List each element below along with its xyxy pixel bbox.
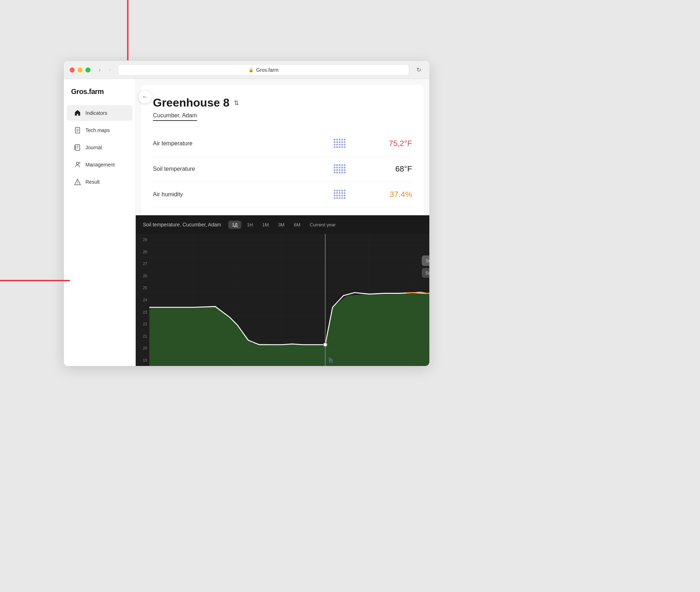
sidebar-item-label: Journal (85, 145, 102, 150)
legend-label: Soil temperature sensor 1 (426, 258, 429, 263)
greenhouse-title: Greenhouse 8 (153, 96, 229, 109)
reload-button[interactable]: ↻ (414, 65, 424, 75)
red-vertical-line (127, 0, 129, 60)
sort-icon[interactable]: ⇅ (234, 99, 239, 107)
traffic-light-maximize[interactable] (85, 67, 90, 72)
svg-point-30 (336, 146, 338, 148)
y-axis: 19 20 21 22 23 24 25 26 27 28 29 (136, 234, 149, 366)
svg-point-67 (341, 195, 343, 197)
sidebar-item-label: Result (85, 179, 100, 185)
y-label: 23 (136, 310, 149, 314)
svg-point-72 (341, 197, 343, 199)
indicator-value: 75,2°F (376, 139, 412, 148)
svg-point-73 (344, 197, 346, 199)
legend-item-sensor1: Soil temperature sensor 1 67,1 (422, 255, 429, 266)
svg-point-71 (339, 197, 341, 199)
main-content: ← Greenhouse 8 ⇅ Cucumber, Adam Air temp… (136, 79, 429, 366)
svg-point-48 (344, 169, 346, 171)
sidebar-item-label: Management (85, 162, 115, 168)
svg-point-8 (76, 162, 79, 164)
browser-window: ‹ › 🔒 Gros.farm ↻ Gros.farm Indicators (64, 61, 429, 366)
svg-point-69 (334, 197, 336, 199)
time-filter-1m[interactable]: 1M (259, 221, 272, 229)
sidebar-item-journal[interactable]: Journal (67, 140, 132, 155)
indicator-row-air-humidity[interactable]: Air humidity 37.4% (153, 182, 412, 207)
svg-point-26 (339, 144, 341, 146)
svg-point-64 (334, 195, 336, 197)
dots-icon (333, 164, 347, 174)
svg-point-16 (339, 139, 341, 141)
svg-point-36 (339, 164, 341, 166)
logo: Gros.farm (64, 88, 135, 104)
document-icon (74, 127, 81, 134)
svg-point-68 (344, 195, 346, 197)
svg-point-19 (334, 141, 336, 143)
indicator-name: Soil temperature (153, 166, 333, 172)
svg-point-25 (336, 144, 338, 146)
svg-point-38 (344, 164, 346, 166)
svg-point-55 (336, 190, 338, 192)
back-button[interactable]: ← (139, 90, 151, 103)
chart-fill-area (149, 288, 429, 366)
sidebar-item-tech-maps[interactable]: Tech.maps (67, 122, 132, 138)
svg-point-66 (339, 195, 341, 197)
traffic-lights (70, 67, 90, 72)
chart-section: Soil temperature. Cucumber, Adam 1Д 1H 1… (136, 215, 429, 366)
time-filter-1h[interactable]: 1H (243, 221, 257, 229)
greenhouse-header: Greenhouse 8 ⇅ (153, 96, 412, 109)
svg-point-47 (341, 169, 343, 171)
svg-point-41 (339, 167, 341, 169)
time-filter-6m[interactable]: 6M (290, 221, 304, 229)
indicator-row-soil-temp[interactable]: Soil temperature 68°F (153, 156, 412, 182)
address-bar[interactable]: 🔒 Gros.farm (118, 64, 409, 76)
chart-header: Soil temperature. Cucumber, Adam 1Д 1H 1… (136, 215, 429, 234)
svg-point-35 (336, 164, 338, 166)
back-arrow[interactable]: ‹ (96, 66, 103, 74)
svg-point-61 (339, 192, 341, 194)
sidebar: Gros.farm Indicators (64, 79, 136, 366)
svg-point-60 (336, 192, 338, 194)
browser-chrome: ‹ › 🔒 Gros.farm ↻ (64, 61, 429, 79)
time-filter-3m[interactable]: 3M (275, 221, 288, 229)
indicator-row-air-temp[interactable]: Air temperature (153, 131, 412, 156)
sidebar-item-management[interactable]: Management (67, 157, 132, 173)
sidebar-item-result[interactable]: Result (67, 174, 132, 190)
traffic-light-close[interactable] (70, 67, 75, 72)
traffic-light-minimize[interactable] (78, 67, 83, 72)
home-icon (74, 109, 81, 117)
svg-point-23 (344, 141, 346, 143)
dots-icon (333, 189, 347, 200)
svg-point-53 (344, 172, 346, 174)
browser-content: Gros.farm Indicators (64, 79, 429, 366)
sidebar-item-label: Tech.maps (85, 127, 110, 133)
sensor2-line (406, 282, 429, 293)
result-icon (74, 178, 81, 185)
svg-point-37 (341, 164, 343, 166)
time-filter-current-year[interactable]: Current year (306, 221, 339, 229)
nav-menu: Indicators Tech.maps (64, 104, 135, 191)
indicator-name: Air temperature (153, 140, 333, 147)
svg-point-15 (336, 139, 338, 141)
svg-point-20 (336, 141, 338, 143)
chart-legend: Soil temperature sensor 1 67,1 Soil temp… (422, 255, 429, 278)
svg-point-62 (341, 192, 343, 194)
lock-icon: 🔒 (248, 67, 254, 72)
forward-arrow[interactable]: › (106, 66, 113, 74)
svg-point-70 (336, 197, 338, 199)
time-filter-1d[interactable]: 1Д (228, 221, 241, 229)
svg-point-39 (334, 167, 336, 169)
svg-point-27 (341, 144, 343, 146)
svg-point-51 (339, 172, 341, 174)
y-label: 26 (136, 274, 149, 278)
svg-point-65 (336, 195, 338, 197)
svg-point-49 (334, 172, 336, 174)
svg-point-13 (77, 183, 78, 184)
svg-point-59 (334, 192, 336, 194)
nav-arrows: ‹ › (96, 66, 113, 74)
svg-point-54 (334, 190, 336, 192)
svg-point-22 (341, 141, 343, 143)
indicator-name: Air humidity (153, 191, 333, 198)
plant-name: Cucumber, Adam (153, 112, 197, 121)
sidebar-item-indicators[interactable]: Indicators (67, 105, 132, 121)
svg-point-24 (334, 144, 336, 146)
